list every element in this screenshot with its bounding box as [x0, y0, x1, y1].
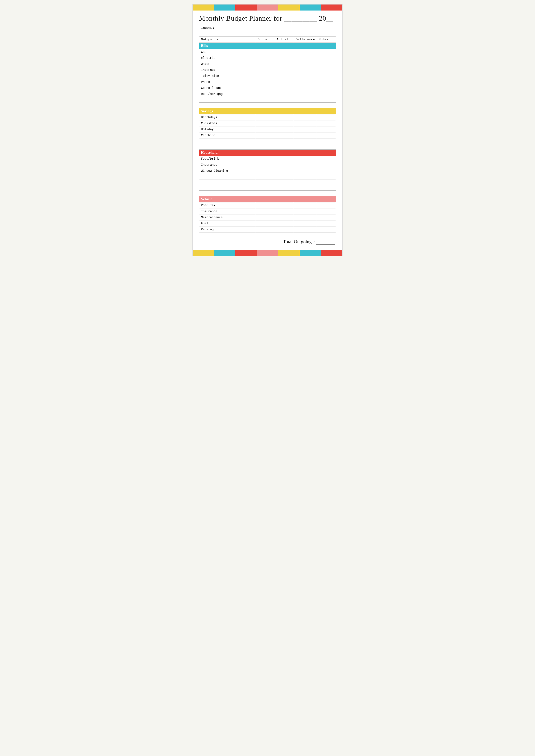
- label-electric: Electric: [199, 55, 256, 61]
- label-food-drink: Food/Drink: [199, 156, 256, 162]
- bottom-bar-seg-4: [257, 250, 278, 256]
- main-content: Income: Outgoings Budget Actual Differen…: [193, 25, 342, 250]
- bottom-color-bar: [193, 250, 342, 256]
- row-window-cleaning: Window Cleaning: [199, 168, 336, 174]
- section-header-savings: Savings: [199, 108, 336, 114]
- row-clothing: Clothing: [199, 132, 336, 138]
- label-council-tax: Council Tax: [199, 85, 256, 91]
- bar-seg-5: [278, 5, 300, 11]
- row-food-drink: Food/Drink: [199, 156, 336, 162]
- row-fuel: Fuel: [199, 220, 336, 226]
- label-water: Water: [199, 61, 256, 67]
- section-header-household: Household: [199, 150, 336, 156]
- page-title: Monthly Budget Planner for _________ 20_…: [199, 15, 336, 22]
- row-birthdays: Birthdays: [199, 114, 336, 120]
- row-internet: Internet: [199, 67, 336, 73]
- label-parking: Parking: [199, 226, 256, 232]
- income-actual: [275, 25, 294, 31]
- column-header-row: Outgoings Budget Actual Difference Notes: [199, 37, 336, 43]
- row-phone: Phone: [199, 79, 336, 85]
- label-gas: Gas: [199, 49, 256, 55]
- title-area: Monthly Budget Planner for _________ 20_…: [193, 11, 342, 25]
- label-birthdays: Birthdays: [199, 114, 256, 120]
- row-council-tax: Council Tax: [199, 85, 336, 91]
- col-budget: Budget: [256, 37, 275, 43]
- label-christmas: Christmas: [199, 120, 256, 127]
- bar-seg-7: [321, 5, 342, 11]
- label-road-tax: Road Tax: [199, 202, 256, 208]
- bar-seg-4: [257, 5, 278, 11]
- income-diff: [294, 25, 317, 31]
- income-budget: [256, 25, 275, 31]
- household-empty-4: [199, 190, 336, 196]
- vehicle-empty-1: [199, 232, 336, 238]
- bottom-bar-seg-1: [193, 250, 214, 256]
- label-holiday: Holiday: [199, 127, 256, 132]
- bar-seg-2: [214, 5, 236, 11]
- savings-empty-2: [199, 144, 336, 150]
- label-phone: Phone: [199, 79, 256, 85]
- section-header-vehicle: Vehicle: [199, 196, 336, 202]
- row-gas: Gas: [199, 49, 336, 55]
- label-window-cleaning: Window Cleaning: [199, 168, 256, 174]
- household-label: Household: [199, 150, 336, 156]
- label-television: Television: [199, 73, 256, 79]
- top-color-bar: [193, 5, 342, 11]
- income-label: Income:: [199, 25, 256, 31]
- label-fuel: Fuel: [199, 220, 256, 226]
- budget-table: Income: Outgoings Budget Actual Differen…: [199, 25, 336, 246]
- savings-label: Savings: [199, 108, 336, 114]
- row-parking: Parking: [199, 226, 336, 232]
- row-road-tax: Road Tax: [199, 202, 336, 208]
- row-water: Water: [199, 61, 336, 67]
- label-maintainence: Maintainence: [199, 215, 256, 220]
- row-christmas: Christmas: [199, 120, 336, 127]
- bar-seg-6: [300, 5, 321, 11]
- row-rent-mortgage: Rent/Mortgage: [199, 91, 336, 97]
- bottom-bar-seg-2: [214, 250, 236, 256]
- row-holiday: Holiday: [199, 127, 336, 132]
- row-electric: Electric: [199, 55, 336, 61]
- row-household-insurance: Insurance: [199, 162, 336, 168]
- income-notes: [317, 25, 336, 31]
- income-row: Income:: [199, 25, 336, 31]
- bottom-bar-seg-3: [235, 250, 257, 256]
- row-maintainence: Maintainence: [199, 215, 336, 220]
- bottom-bar-seg-6: [300, 250, 321, 256]
- bar-seg-1: [193, 5, 214, 11]
- empty-row-1: [199, 31, 336, 37]
- total-outgoings-label: Total Outgoings:: [283, 239, 335, 244]
- bottom-bar-seg-7: [321, 250, 342, 256]
- vehicle-label: Vehicle: [199, 196, 336, 202]
- section-header-bills: Bills: [199, 43, 336, 49]
- savings-empty-1: [199, 138, 336, 144]
- row-vehicle-insurance: Insurance: [199, 208, 336, 215]
- col-outgoings: Outgoings: [199, 37, 256, 43]
- label-household-insurance: Insurance: [199, 162, 256, 168]
- bottom-bar-seg-5: [278, 250, 300, 256]
- bills-label: Bills: [199, 43, 336, 49]
- bar-seg-3: [235, 5, 257, 11]
- label-internet: Internet: [199, 67, 256, 73]
- label-rent-mortgage: Rent/Mortgage: [199, 91, 256, 97]
- budget-planner-page: Monthly Budget Planner for _________ 20_…: [192, 4, 343, 256]
- household-empty-1: [199, 174, 336, 180]
- total-outgoings-row: Total Outgoings:: [199, 238, 336, 246]
- label-vehicle-insurance: Insurance: [199, 208, 256, 215]
- bills-empty-2: [199, 102, 336, 108]
- row-television: Television: [199, 73, 336, 79]
- household-empty-3: [199, 185, 336, 190]
- label-clothing: Clothing: [199, 132, 256, 138]
- col-notes: Notes: [317, 37, 336, 43]
- household-empty-2: [199, 180, 336, 185]
- col-actual: Actual: [275, 37, 294, 43]
- col-difference: Difference: [294, 37, 317, 43]
- bills-empty-1: [199, 97, 336, 102]
- total-outgoings-value: [316, 239, 335, 245]
